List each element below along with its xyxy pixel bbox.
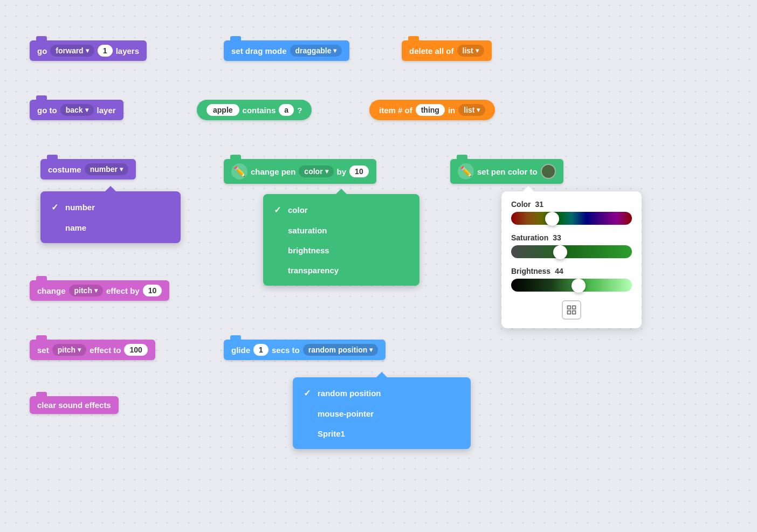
glide-menu-random[interactable]: ✓ random position [293, 383, 471, 404]
draggable-dropdown[interactable]: draggable [290, 45, 342, 57]
set-text: set [37, 346, 49, 355]
clear-sound-effects-block[interactable]: clear sound effects [30, 396, 119, 414]
set-drag-text: set drag mode [231, 46, 287, 56]
svg-rect-1 [573, 306, 576, 309]
costume-menu[interactable]: ✓ number name [40, 191, 181, 243]
costume-menu-number[interactable]: ✓ number [40, 197, 181, 218]
color-swatch[interactable] [541, 164, 556, 179]
color-slider-container[interactable] [511, 212, 632, 226]
delete-all-text: delete all of [409, 46, 454, 56]
pen-color-menu[interactable]: ✓ color saturation brightness transparen… [263, 194, 419, 286]
item-of-block[interactable]: item # of thing in list [369, 100, 495, 120]
costume-text: costume [48, 165, 81, 174]
go-text: go [37, 46, 47, 56]
a-value[interactable]: a [279, 104, 294, 116]
in-text: in [448, 106, 455, 115]
item-list-dropdown[interactable]: list [458, 104, 485, 116]
glide-menu-mouse[interactable]: mouse-pointer [293, 404, 471, 424]
change-text: change [37, 286, 66, 295]
glide-menu[interactable]: ✓ random position mouse-pointer Sprite1 [293, 377, 471, 449]
layers-text: layers [116, 46, 139, 56]
by-text: by [337, 167, 347, 176]
goto-text: go to [37, 106, 57, 115]
set-pen-color-block[interactable]: ✏️ set pen color to [450, 159, 563, 184]
effect-by-text: effect by [106, 286, 140, 295]
color-panel: Color 31 Saturation 33 Brightness 44 [501, 191, 642, 328]
glide-block[interactable]: glide 1 secs to random position [224, 340, 386, 360]
pen-value[interactable]: 10 [349, 165, 369, 177]
pitch-dropdown-2[interactable]: pitch [52, 344, 86, 356]
saturation-slider-row: Saturation 33 [511, 233, 632, 259]
color-label: Color 31 [511, 200, 632, 209]
brightness-label: Brightness 44 [511, 267, 632, 275]
pen-icon: ✏️ [231, 163, 247, 179]
back-dropdown[interactable]: back [60, 104, 94, 116]
apple-value[interactable]: apple [207, 104, 239, 116]
pitch-value-1[interactable]: 10 [143, 285, 162, 296]
pen-menu-transparency[interactable]: transparency [263, 260, 419, 280]
check-color: ✓ [274, 205, 283, 215]
set-pitch-block[interactable]: set pitch effect to 100 [30, 340, 155, 360]
thing-value[interactable]: thing [416, 104, 445, 116]
forward-dropdown[interactable]: forward [50, 45, 94, 57]
change-pitch-block[interactable]: change pitch effect by 10 [30, 280, 169, 301]
edit-color-button[interactable] [562, 300, 581, 320]
effect-to-text: effect to [90, 346, 121, 355]
glide-value[interactable]: 1 [253, 344, 269, 356]
pitch-dropdown-1[interactable]: pitch [69, 285, 103, 296]
layers-value[interactable]: 1 [98, 45, 113, 57]
check-icon: ✓ [51, 202, 60, 212]
layer-text: layer [97, 106, 116, 115]
pen-color-dropdown[interactable]: color [299, 165, 333, 177]
question-mark: ? [297, 106, 302, 115]
costume-block[interactable]: costume number [40, 159, 136, 179]
set-pen-text: set pen color to [477, 167, 538, 176]
costume-dropdown[interactable]: number [85, 163, 128, 175]
brightness-slider-container[interactable] [511, 279, 632, 293]
contains-text: contains [243, 106, 276, 115]
position-dropdown[interactable]: random position [303, 344, 379, 356]
pen-menu-saturation[interactable]: saturation [263, 220, 419, 240]
clear-sound-text: clear sound effects [37, 400, 111, 410]
item-text: item # of [379, 106, 412, 115]
pen-menu-color[interactable]: ✓ color [263, 199, 419, 220]
apple-contains-block[interactable]: apple contains a ? [197, 100, 312, 120]
go-forward-block[interactable]: go forward 1 layers [30, 40, 147, 61]
delete-all-block[interactable]: delete all of list [402, 40, 492, 61]
saturation-label: Saturation 33 [511, 233, 632, 242]
pen-icon-2: ✏️ [458, 163, 474, 179]
saturation-slider-container[interactable] [511, 245, 632, 259]
change-pen-text: change pen [251, 167, 295, 176]
svg-rect-2 [568, 311, 571, 314]
change-pen-block[interactable]: ✏️ change pen color by 10 [224, 159, 376, 184]
check-random: ✓ [304, 388, 312, 398]
pen-menu-brightness[interactable]: brightness [263, 240, 419, 260]
set-drag-mode-block[interactable]: set drag mode draggable [224, 40, 349, 61]
color-thumb[interactable] [545, 212, 559, 226]
pitch-value-2[interactable]: 100 [124, 344, 147, 356]
list-dropdown[interactable]: list [457, 45, 484, 57]
glide-text: glide [231, 346, 250, 355]
color-slider-row: Color 31 [511, 200, 632, 226]
saturation-thumb[interactable] [553, 245, 567, 259]
svg-rect-3 [573, 311, 576, 314]
go-to-block[interactable]: go to back layer [30, 100, 123, 120]
costume-menu-name[interactable]: name [40, 218, 181, 238]
brightness-thumb[interactable] [572, 279, 586, 293]
glide-menu-sprite1[interactable]: Sprite1 [293, 424, 471, 444]
brightness-slider-row: Brightness 44 [511, 267, 632, 293]
secs-to-text: secs to [272, 346, 300, 355]
svg-rect-0 [568, 306, 571, 309]
